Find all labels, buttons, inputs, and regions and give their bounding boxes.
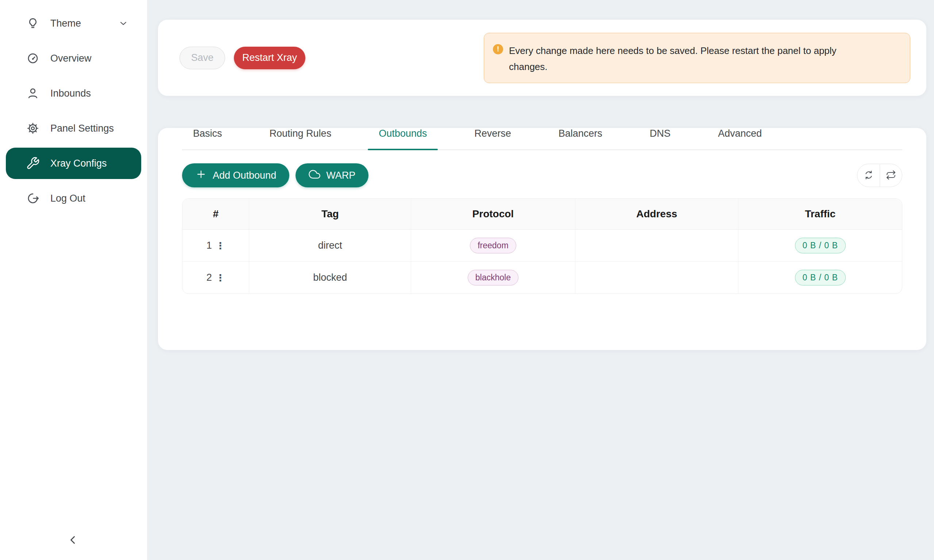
cell-tag: blocked xyxy=(249,262,411,294)
sidebar-item-label: Overview xyxy=(50,53,92,64)
outbounds-table: #TagProtocolAddressTraffic 1⋮directfreed… xyxy=(182,198,902,294)
cell-traffic: 0 B / 0 B xyxy=(738,262,902,294)
column-header-tag: Tag xyxy=(249,199,411,229)
sidebar-item-label: Log Out xyxy=(50,193,85,204)
sidebar-item-label: Inbounds xyxy=(50,88,91,99)
tab-basics[interactable]: Basics xyxy=(193,128,222,149)
refresh-button[interactable] xyxy=(857,164,880,187)
cell-address xyxy=(575,262,739,294)
restart-xray-button[interactable]: Restart Xray xyxy=(234,47,305,69)
sidebar-item-label: Panel Settings xyxy=(50,123,114,134)
column-header-protocol: Protocol xyxy=(411,199,575,229)
warning-icon: ! xyxy=(493,44,503,54)
add-outbound-label: Add Outbound xyxy=(213,170,276,181)
main-content: Save Restart Xray ! Every change made he… xyxy=(147,0,934,560)
logout-icon xyxy=(26,191,40,206)
table-header-row: #TagProtocolAddressTraffic xyxy=(182,199,902,230)
column-header-address: Address xyxy=(575,199,739,229)
tabs: BasicsRouting RulesOutboundsReverseBalan… xyxy=(182,128,902,150)
plus-icon xyxy=(195,168,207,183)
sidebar-item-panel-settings[interactable]: Panel Settings xyxy=(6,113,141,144)
warp-label: WARP xyxy=(326,170,355,181)
table-tools-group xyxy=(857,164,902,187)
lightbulb-icon xyxy=(26,16,40,31)
table-row: 2⋮blockedblackhole0 B / 0 B xyxy=(182,262,902,294)
cloud-icon xyxy=(309,168,321,183)
sidebar-nav: ThemeOverviewInboundsPanel SettingsXray … xyxy=(0,0,147,214)
sidebar-collapse-button[interactable] xyxy=(62,529,84,551)
table-body: 1⋮directfreedom0 B / 0 B2⋮blockedblackho… xyxy=(182,230,902,294)
gauge-icon xyxy=(26,51,40,66)
cell-traffic: 0 B / 0 B xyxy=(738,230,902,262)
save-button[interactable]: Save xyxy=(179,47,225,69)
tab-reverse[interactable]: Reverse xyxy=(474,128,511,149)
cell-protocol: blackhole xyxy=(411,262,575,294)
cell-protocol: freedom xyxy=(411,230,575,262)
refresh-icon xyxy=(863,169,874,182)
sidebar-item-overview[interactable]: Overview xyxy=(6,43,141,74)
save-restart-card: Save Restart Xray ! Every change made he… xyxy=(158,20,926,96)
chevron-left-icon xyxy=(67,534,79,547)
tab-advanced[interactable]: Advanced xyxy=(718,128,762,149)
sidebar-item-theme[interactable]: Theme xyxy=(6,8,141,39)
repeat-icon xyxy=(885,169,896,182)
sidebar-item-label: Xray Configs xyxy=(50,158,107,169)
traffic-badge: 0 B / 0 B xyxy=(795,270,846,286)
user-icon xyxy=(26,86,40,101)
tab-dns[interactable]: DNS xyxy=(650,128,670,149)
tab-routing-rules[interactable]: Routing Rules xyxy=(270,128,331,149)
add-outbound-button[interactable]: Add Outbound xyxy=(182,163,289,188)
sidebar: ThemeOverviewInboundsPanel SettingsXray … xyxy=(0,0,147,560)
warp-button[interactable]: WARP xyxy=(296,163,368,188)
sidebar-item-label: Theme xyxy=(50,18,81,29)
traffic-badge: 0 B / 0 B xyxy=(795,238,846,254)
xray-configs-card: BasicsRouting RulesOutboundsReverseBalan… xyxy=(158,128,926,350)
wrench-icon xyxy=(26,156,40,171)
outbounds-actions-row: Add Outbound WARP xyxy=(182,163,902,188)
row-number: 1 xyxy=(207,240,212,251)
cell-tag: direct xyxy=(249,230,411,262)
cell-index: 2⋮ xyxy=(182,262,249,294)
sidebar-item-log-out[interactable]: Log Out xyxy=(6,183,141,214)
gear-icon xyxy=(26,121,40,135)
protocol-badge: blackhole xyxy=(468,270,518,286)
cell-address xyxy=(575,230,739,262)
column-header-index: # xyxy=(182,199,249,229)
sidebar-item-xray-configs[interactable]: Xray Configs xyxy=(6,148,141,179)
tab-outbounds[interactable]: Outbounds xyxy=(379,128,427,149)
table-row: 1⋮directfreedom0 B / 0 B xyxy=(182,230,902,262)
row-menu-icon[interactable]: ⋮ xyxy=(216,273,225,283)
protocol-badge: freedom xyxy=(470,238,516,254)
cell-index: 1⋮ xyxy=(182,230,249,262)
row-menu-icon[interactable]: ⋮ xyxy=(216,241,225,251)
column-header-traffic: Traffic xyxy=(738,199,902,229)
sidebar-item-inbounds[interactable]: Inbounds xyxy=(6,78,141,109)
row-number: 2 xyxy=(207,272,212,283)
warning-alert-text: Every change made here needs to be saved… xyxy=(509,43,859,75)
tab-balancers[interactable]: Balancers xyxy=(559,128,603,149)
warning-alert: ! Every change made here needs to be sav… xyxy=(484,33,910,83)
chevron-down-icon xyxy=(118,18,129,29)
reset-traffic-button[interactable] xyxy=(880,164,902,187)
